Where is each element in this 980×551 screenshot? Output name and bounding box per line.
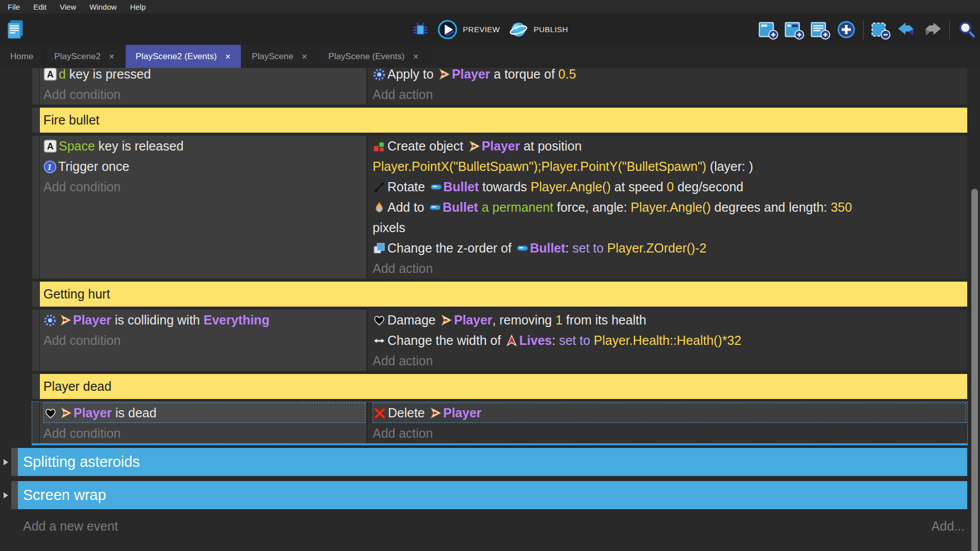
add-comment-icon[interactable] [810, 19, 830, 40]
add-condition-link[interactable]: Add condition [43, 84, 366, 105]
comment-label: Player dead [43, 379, 111, 394]
token-op: set to [573, 241, 607, 255]
instruction[interactable]: Delete Player [373, 403, 966, 423]
add-condition-link[interactable]: Add condition [43, 177, 366, 197]
menu-item-edit[interactable]: Edit [27, 3, 53, 11]
row-gutter [32, 402, 40, 443]
debug-icon[interactable] [412, 21, 429, 38]
token-expr: Player.Angle() [631, 200, 711, 214]
instruction[interactable]: Change the z-order of Bullet: set to Pla… [373, 238, 967, 258]
menu-item-window[interactable]: Window [83, 3, 123, 11]
group-title[interactable]: Screen wrap [18, 481, 967, 509]
token-text: pixels [373, 220, 405, 235]
menu-item-help[interactable]: Help [124, 3, 153, 11]
events-footer: Add a new event Add... [0, 512, 980, 534]
token-green: d [59, 68, 66, 81]
comment-label: Fire bullet [43, 113, 100, 128]
instruction[interactable]: Player is colliding with Everything [43, 310, 366, 330]
tab-home[interactable]: Home [0, 45, 44, 68]
token-expr: Player.ZOrder()-2 [607, 241, 706, 255]
instruction[interactable]: Apply to Player a torque of 0.5 [373, 68, 967, 84]
scrollbar-thumb[interactable] [971, 189, 978, 551]
close-icon[interactable]: ✕ [109, 53, 115, 60]
token-green: Space [59, 139, 95, 153]
instruction[interactable]: Add to Bullet a permanent force, angle: … [373, 197, 967, 238]
token-expr: 1 [555, 313, 562, 327]
svg-text:A: A [47, 141, 54, 152]
add-condition-link[interactable]: Add condition [43, 330, 366, 350]
token-green: a permanent [482, 200, 553, 214]
redo-icon[interactable] [922, 19, 943, 40]
token-text: Damage [387, 313, 439, 327]
add-more-button[interactable]: Add... [932, 519, 965, 534]
publish-button[interactable]: PUBLISH [508, 19, 568, 40]
toolbar: PREVIEW PUBLISH [0, 14, 980, 45]
player-icon [60, 314, 71, 326]
instruction[interactable]: Create object Player at position Player.… [373, 136, 967, 177]
physics-icon [373, 68, 386, 81]
project-manager-icon[interactable] [6, 19, 27, 40]
comment-bar[interactable]: Player dead [40, 374, 967, 399]
instruction[interactable]: Rotate Bullet towards Player.Angle() at … [373, 177, 967, 197]
event-row[interactable]: Player is deadAdd conditionDelete Player… [32, 402, 967, 445]
instruction[interactable]: Change the width of Lives: set to Player… [373, 330, 967, 350]
token-text: key is released [95, 139, 184, 153]
player-icon [60, 407, 72, 419]
close-icon[interactable]: ✕ [225, 53, 231, 60]
instruction[interactable]: 1Trigger once [43, 156, 366, 177]
collapse-arrow-icon[interactable] [0, 481, 11, 509]
search-icon[interactable] [957, 19, 977, 40]
menu-item-view[interactable]: View [53, 3, 83, 11]
preview-button[interactable]: PREVIEW [437, 19, 500, 40]
comment-bar[interactable]: Getting hurt [40, 282, 967, 307]
add-action-link[interactable]: Add action [373, 258, 967, 279]
token-text: degrees and length: [711, 200, 831, 214]
token-text: at position [520, 139, 585, 153]
token-obj: Bullet [530, 241, 565, 255]
row-gutter [32, 374, 40, 399]
token-text: Apply to [387, 68, 437, 81]
remove-event-icon[interactable] [870, 19, 891, 40]
event-row[interactable]: Player is colliding with EverythingAdd c… [32, 310, 967, 371]
collapse-arrow-icon[interactable] [0, 448, 11, 476]
close-icon[interactable]: ✕ [413, 53, 419, 60]
add-action-link[interactable]: Add action [373, 84, 967, 105]
close-icon[interactable]: ✕ [302, 53, 308, 60]
undo-icon[interactable] [896, 19, 917, 40]
instruction[interactable]: Damage Player, removing 1 from its healt… [373, 310, 967, 330]
actions-cell: Create object Player at position Player.… [366, 136, 967, 279]
publish-label: PUBLISH [533, 25, 568, 34]
comment-row: Getting hurt [32, 282, 967, 307]
event-row[interactable]: Ad key is pressedAdd conditionApply to P… [32, 68, 967, 105]
row-gutter [32, 136, 40, 279]
token-text: towards [479, 180, 530, 194]
token-text: at speed [611, 180, 667, 194]
add-action-link[interactable]: Add action [373, 350, 967, 371]
tab-playscene[interactable]: PlayScene✕ [241, 45, 318, 68]
token-text: from its health [562, 313, 646, 327]
events-sheet: Ad key is pressedAdd conditionApply to P… [0, 68, 980, 551]
add-new-icon[interactable] [836, 19, 856, 40]
tab-playscene2-events[interactable]: PlayScene2 (Events)✕ [126, 45, 241, 68]
instruction[interactable]: Ad key is pressed [43, 68, 366, 84]
add-action-link[interactable]: Add action [373, 423, 967, 443]
actions-cell: Delete PlayerAdd action [366, 402, 967, 443]
delete-icon [373, 407, 386, 420]
event-row[interactable]: ASpace key is released1Trigger onceAdd c… [32, 136, 967, 279]
token-obj: Player [73, 313, 111, 327]
add-subevent-icon[interactable] [784, 19, 804, 40]
tab-playscene-events[interactable]: PlayScene (Events)✕ [318, 45, 429, 68]
group-title[interactable]: Splitting asteroids [18, 448, 967, 476]
instruction[interactable]: Player is dead [43, 403, 365, 423]
token-text: : [566, 241, 573, 255]
menu-item-file[interactable]: File [1, 3, 27, 11]
comment-bar[interactable]: Fire bullet [40, 108, 967, 133]
add-event-icon[interactable] [758, 19, 778, 40]
token-text: is colliding with [111, 313, 204, 327]
tab-playscene2[interactable]: PlayScene2✕ [44, 45, 125, 68]
add-new-event-button[interactable]: Add a new event [23, 519, 118, 534]
conditions-cell: ASpace key is released1Trigger onceAdd c… [40, 136, 366, 279]
instruction[interactable]: ASpace key is released [43, 136, 366, 156]
add-condition-link[interactable]: Add condition [43, 423, 366, 443]
scrollbar[interactable] [967, 68, 980, 551]
